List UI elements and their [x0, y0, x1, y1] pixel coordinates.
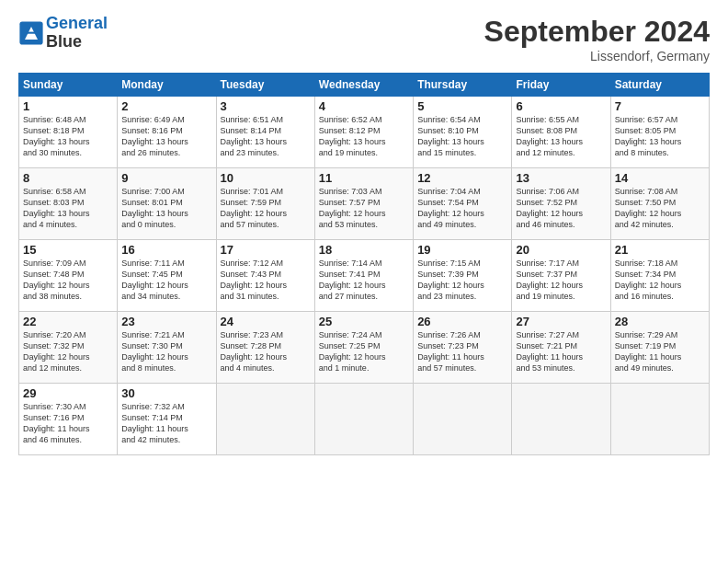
- calendar-cell: 26Sunrise: 7:26 AM Sunset: 7:23 PM Dayli…: [414, 312, 512, 384]
- day-number: 4: [319, 99, 409, 113]
- weekday-header-friday: Friday: [512, 74, 610, 97]
- day-number: 2: [121, 99, 211, 113]
- day-info: Sunrise: 6:48 AM Sunset: 8:18 PM Dayligh…: [23, 114, 113, 159]
- week-row-4: 22Sunrise: 7:20 AM Sunset: 7:32 PM Dayli…: [19, 312, 710, 384]
- day-number: 7: [615, 99, 705, 113]
- day-number: 18: [319, 243, 409, 257]
- day-info: Sunrise: 7:09 AM Sunset: 7:48 PM Dayligh…: [23, 258, 113, 303]
- calendar-page: General Blue September 2024 Lissendorf, …: [0, 0, 728, 465]
- week-row-2: 8Sunrise: 6:58 AM Sunset: 8:03 PM Daylig…: [19, 168, 710, 240]
- day-info: Sunrise: 6:49 AM Sunset: 8:16 PM Dayligh…: [121, 114, 211, 159]
- calendar-cell: [414, 384, 512, 455]
- day-number: 29: [23, 386, 113, 400]
- calendar-cell: 25Sunrise: 7:24 AM Sunset: 7:25 PM Dayli…: [314, 312, 413, 384]
- day-info: Sunrise: 7:17 AM Sunset: 7:37 PM Dayligh…: [516, 258, 606, 303]
- calendar-cell: 16Sunrise: 7:11 AM Sunset: 7:45 PM Dayli…: [118, 240, 216, 312]
- calendar-table: SundayMondayTuesdayWednesdayThursdayFrid…: [18, 73, 710, 455]
- svg-rect-2: [28, 31, 35, 33]
- calendar-cell: 8Sunrise: 6:58 AM Sunset: 8:03 PM Daylig…: [19, 168, 118, 240]
- day-number: 24: [221, 315, 311, 328]
- calendar-cell: 19Sunrise: 7:15 AM Sunset: 7:39 PM Dayli…: [414, 240, 512, 312]
- day-number: 9: [121, 171, 211, 185]
- day-number: 19: [417, 243, 507, 257]
- calendar-cell: 9Sunrise: 7:00 AM Sunset: 8:01 PM Daylig…: [118, 168, 216, 240]
- calendar-cell: 7Sunrise: 6:57 AM Sunset: 8:05 PM Daylig…: [610, 97, 709, 168]
- calendar-cell: 1Sunrise: 6:48 AM Sunset: 8:18 PM Daylig…: [19, 97, 118, 168]
- calendar-cell: 5Sunrise: 6:54 AM Sunset: 8:10 PM Daylig…: [414, 97, 512, 168]
- calendar-cell: 13Sunrise: 7:06 AM Sunset: 7:52 PM Dayli…: [512, 168, 610, 240]
- day-number: 28: [615, 315, 705, 328]
- day-number: 16: [121, 243, 211, 257]
- day-number: 5: [417, 99, 507, 113]
- location: Lissendorf, Germany: [484, 49, 710, 63]
- calendar-cell: 23Sunrise: 7:21 AM Sunset: 7:30 PM Dayli…: [118, 312, 216, 384]
- day-number: 13: [516, 171, 606, 185]
- day-number: 14: [615, 171, 705, 185]
- calendar-cell: 3Sunrise: 6:51 AM Sunset: 8:14 PM Daylig…: [216, 97, 314, 168]
- day-number: 6: [516, 99, 606, 113]
- day-number: 25: [319, 315, 409, 328]
- day-info: Sunrise: 7:11 AM Sunset: 7:45 PM Dayligh…: [121, 258, 211, 303]
- day-info: Sunrise: 7:15 AM Sunset: 7:39 PM Dayligh…: [417, 258, 507, 303]
- calendar-cell: 10Sunrise: 7:01 AM Sunset: 7:59 PM Dayli…: [216, 168, 314, 240]
- day-info: Sunrise: 7:26 AM Sunset: 7:23 PM Dayligh…: [417, 329, 507, 374]
- calendar-cell: 15Sunrise: 7:09 AM Sunset: 7:48 PM Dayli…: [19, 240, 118, 312]
- calendar-cell: [314, 384, 413, 455]
- calendar-cell: 24Sunrise: 7:23 AM Sunset: 7:28 PM Dayli…: [216, 312, 314, 384]
- day-info: Sunrise: 7:01 AM Sunset: 7:59 PM Dayligh…: [221, 186, 311, 231]
- day-info: Sunrise: 7:32 AM Sunset: 7:14 PM Dayligh…: [121, 401, 211, 446]
- day-number: 3: [221, 99, 311, 113]
- month-title: September 2024: [484, 15, 710, 49]
- day-info: Sunrise: 7:04 AM Sunset: 7:54 PM Dayligh…: [417, 186, 507, 231]
- day-number: 23: [121, 315, 211, 328]
- calendar-cell: 14Sunrise: 7:08 AM Sunset: 7:50 PM Dayli…: [610, 168, 709, 240]
- day-number: 8: [23, 171, 113, 185]
- weekday-header-sunday: Sunday: [19, 74, 118, 97]
- logo: General Blue: [18, 15, 108, 52]
- day-number: 1: [23, 99, 113, 113]
- day-info: Sunrise: 7:00 AM Sunset: 8:01 PM Dayligh…: [121, 186, 211, 231]
- day-number: 30: [121, 386, 211, 400]
- day-info: Sunrise: 7:14 AM Sunset: 7:41 PM Dayligh…: [319, 258, 409, 303]
- day-info: Sunrise: 7:12 AM Sunset: 7:43 PM Dayligh…: [221, 258, 311, 303]
- day-number: 12: [417, 171, 507, 185]
- logo-text: General Blue: [46, 15, 108, 52]
- week-row-5: 29Sunrise: 7:30 AM Sunset: 7:16 PM Dayli…: [19, 384, 710, 455]
- day-info: Sunrise: 7:21 AM Sunset: 7:30 PM Dayligh…: [121, 329, 211, 374]
- day-info: Sunrise: 7:03 AM Sunset: 7:57 PM Dayligh…: [319, 186, 409, 231]
- day-info: Sunrise: 7:29 AM Sunset: 7:19 PM Dayligh…: [615, 329, 705, 374]
- day-number: 17: [221, 243, 311, 257]
- day-number: 10: [221, 171, 311, 185]
- header: General Blue September 2024 Lissendorf, …: [18, 15, 710, 63]
- weekday-header-monday: Monday: [118, 74, 216, 97]
- day-number: 27: [516, 315, 606, 328]
- day-number: 22: [23, 315, 113, 328]
- day-number: 26: [417, 315, 507, 328]
- logo-icon: [18, 20, 44, 46]
- calendar-cell: 12Sunrise: 7:04 AM Sunset: 7:54 PM Dayli…: [414, 168, 512, 240]
- calendar-cell: 21Sunrise: 7:18 AM Sunset: 7:34 PM Dayli…: [610, 240, 709, 312]
- calendar-cell: 2Sunrise: 6:49 AM Sunset: 8:16 PM Daylig…: [118, 97, 216, 168]
- day-info: Sunrise: 7:08 AM Sunset: 7:50 PM Dayligh…: [615, 186, 705, 231]
- day-info: Sunrise: 6:58 AM Sunset: 8:03 PM Dayligh…: [23, 186, 113, 231]
- weekday-header-tuesday: Tuesday: [216, 74, 314, 97]
- calendar-cell: [610, 384, 709, 455]
- calendar-cell: 27Sunrise: 7:27 AM Sunset: 7:21 PM Dayli…: [512, 312, 610, 384]
- day-number: 15: [23, 243, 113, 257]
- day-info: Sunrise: 7:30 AM Sunset: 7:16 PM Dayligh…: [23, 401, 113, 446]
- calendar-cell: 28Sunrise: 7:29 AM Sunset: 7:19 PM Dayli…: [610, 312, 709, 384]
- day-info: Sunrise: 7:20 AM Sunset: 7:32 PM Dayligh…: [23, 329, 113, 374]
- calendar-cell: 18Sunrise: 7:14 AM Sunset: 7:41 PM Dayli…: [314, 240, 413, 312]
- weekday-header-saturday: Saturday: [610, 74, 709, 97]
- calendar-cell: 4Sunrise: 6:52 AM Sunset: 8:12 PM Daylig…: [314, 97, 413, 168]
- weekday-header-wednesday: Wednesday: [314, 74, 413, 97]
- day-info: Sunrise: 7:24 AM Sunset: 7:25 PM Dayligh…: [319, 329, 409, 374]
- day-info: Sunrise: 6:57 AM Sunset: 8:05 PM Dayligh…: [615, 114, 705, 159]
- day-info: Sunrise: 7:23 AM Sunset: 7:28 PM Dayligh…: [221, 329, 311, 374]
- calendar-cell: [216, 384, 314, 455]
- week-row-3: 15Sunrise: 7:09 AM Sunset: 7:48 PM Dayli…: [19, 240, 710, 312]
- week-row-1: 1Sunrise: 6:48 AM Sunset: 8:18 PM Daylig…: [19, 97, 710, 168]
- day-number: 11: [319, 171, 409, 185]
- day-info: Sunrise: 6:51 AM Sunset: 8:14 PM Dayligh…: [221, 114, 311, 159]
- calendar-cell: 29Sunrise: 7:30 AM Sunset: 7:16 PM Dayli…: [19, 384, 118, 455]
